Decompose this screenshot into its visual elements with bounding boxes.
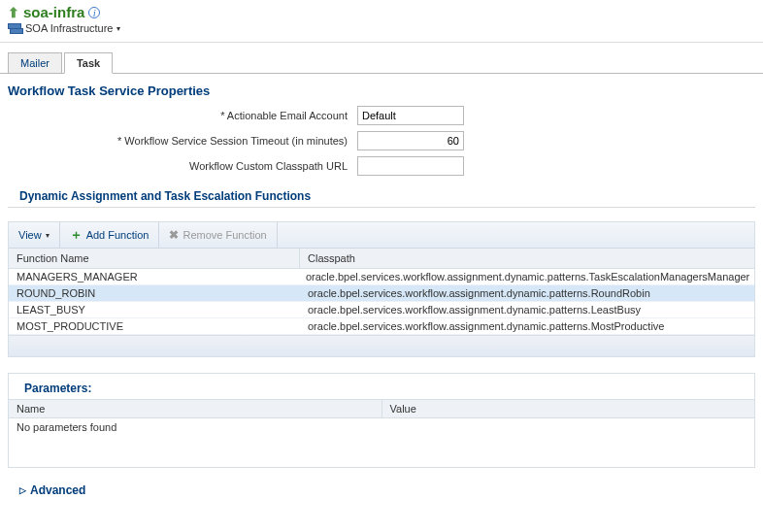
table-row[interactable]: ROUND_ROBINoracle.bpel.services.workflow… bbox=[9, 285, 754, 302]
input-classpath-url[interactable] bbox=[357, 156, 464, 176]
cell-classpath: oracle.bpel.services.workflow.assignment… bbox=[298, 269, 754, 284]
page-title: soa-infra bbox=[23, 4, 84, 20]
header-divider bbox=[0, 42, 763, 43]
cell-function-name: ROUND_ROBIN bbox=[9, 285, 300, 301]
table-row[interactable]: MOST_PRODUCTIVEoracle.bpel.services.work… bbox=[9, 318, 754, 335]
infrastructure-icon bbox=[8, 23, 21, 33]
cell-classpath: oracle.bpel.services.workflow.assignment… bbox=[300, 285, 658, 301]
parameters-title: Parameters: bbox=[9, 374, 754, 399]
chevron-down-icon: ▾ bbox=[116, 24, 120, 33]
functions-table-body: MANAGERS_MANAGERoracle.bpel.services.wor… bbox=[9, 269, 754, 335]
cell-function-name: MOST_PRODUCTIVE bbox=[9, 318, 300, 334]
functions-table-header: Function Name Classpath bbox=[9, 249, 754, 269]
col-classpath[interactable]: Classpath bbox=[300, 249, 363, 268]
parameters-panel: Parameters: Name Value No parameters fou… bbox=[8, 373, 755, 468]
col-function-name[interactable]: Function Name bbox=[9, 249, 300, 268]
input-email-account[interactable] bbox=[357, 106, 464, 125]
advanced-label: Advanced bbox=[30, 483, 85, 497]
info-icon[interactable]: i bbox=[88, 7, 100, 18]
parameters-empty: No parameters found bbox=[9, 418, 754, 467]
cell-classpath: oracle.bpel.services.workflow.assignment… bbox=[300, 302, 648, 317]
cell-classpath: oracle.bpel.services.workflow.assignment… bbox=[300, 318, 672, 334]
plus-icon: ＋ bbox=[70, 226, 83, 244]
tab-task[interactable]: Task bbox=[64, 52, 113, 74]
section-title: Workflow Task Service Properties bbox=[0, 74, 763, 106]
subsection-title: Dynamic Assignment and Task Escalation F… bbox=[0, 182, 763, 207]
label-classpath-url: Workflow Custom Classpath URL bbox=[8, 160, 357, 172]
label-session-timeout: * Workflow Service Session Timeout (in m… bbox=[8, 135, 357, 147]
chevron-down-icon: ▾ bbox=[46, 231, 50, 240]
table-footer-bar bbox=[9, 335, 754, 356]
cell-function-name: LEAST_BUSY bbox=[9, 302, 300, 317]
functions-panel: View ▾ ＋ Add Function ✖ Remove Function … bbox=[8, 221, 755, 357]
view-label: View bbox=[18, 229, 42, 241]
advanced-toggle[interactable]: ▷ Advanced bbox=[0, 468, 763, 505]
remove-function-button[interactable]: ✖ Remove Function bbox=[159, 222, 277, 248]
status-up-icon: ⬆ bbox=[8, 5, 19, 20]
input-session-timeout[interactable] bbox=[357, 131, 464, 150]
x-icon: ✖ bbox=[169, 228, 179, 242]
remove-function-label: Remove Function bbox=[182, 229, 266, 241]
view-menu[interactable]: View ▾ bbox=[9, 222, 60, 248]
col-param-value[interactable]: Value bbox=[382, 400, 755, 417]
add-function-button[interactable]: ＋ Add Function bbox=[60, 222, 160, 248]
functions-toolbar: View ▾ ＋ Add Function ✖ Remove Function bbox=[9, 222, 754, 249]
breadcrumb-menu[interactable]: SOA Infrastructure ▾ bbox=[8, 22, 755, 34]
table-row[interactable]: MANAGERS_MANAGERoracle.bpel.services.wor… bbox=[9, 269, 754, 285]
breadcrumb-label: SOA Infrastructure bbox=[25, 22, 113, 34]
label-email-account: * Actionable Email Account bbox=[8, 110, 357, 121]
tab-mailer[interactable]: Mailer bbox=[8, 52, 62, 74]
add-function-label: Add Function bbox=[86, 229, 149, 241]
cell-function-name: MANAGERS_MANAGER bbox=[9, 269, 298, 284]
col-param-name[interactable]: Name bbox=[9, 400, 382, 417]
table-row[interactable]: LEAST_BUSYoracle.bpel.services.workflow.… bbox=[9, 302, 754, 318]
properties-form: * Actionable Email Account * Workflow Se… bbox=[0, 106, 763, 176]
page-header: ⬆ soa-infra i SOA Infrastructure ▾ bbox=[0, 0, 763, 36]
chevron-right-icon: ▷ bbox=[19, 485, 26, 495]
tab-bar: Mailer Task bbox=[8, 52, 763, 74]
